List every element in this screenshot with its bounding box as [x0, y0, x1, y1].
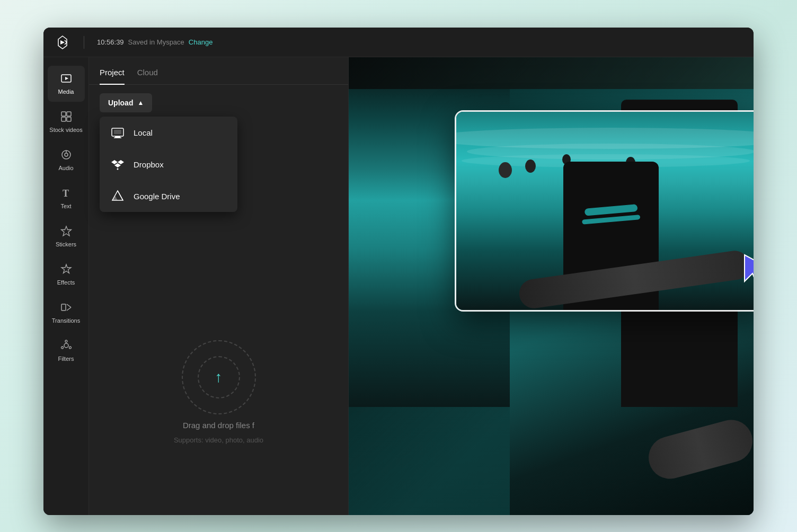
svg-rect-3: [67, 112, 71, 116]
sidebar-item-audio-label: Audio: [58, 165, 73, 171]
svg-rect-2: [61, 112, 66, 116]
text-icon: T: [60, 187, 72, 200]
sidebar-item-transitions[interactable]: Transitions: [48, 295, 85, 331]
google-drive-icon: [110, 189, 125, 203]
title-time: 10:56:39: [97, 38, 124, 46]
dropdown-item-dropbox[interactable]: Dropbox: [100, 148, 237, 180]
svg-marker-24: [745, 255, 754, 287]
panel-tabs: Project Cloud: [89, 57, 348, 85]
drop-subtext: Supports: video, photo, audio: [174, 436, 263, 444]
main-wetsuit-stripe-2: [582, 215, 640, 225]
dropdown-item-google-drive[interactable]: Google Drive: [100, 180, 237, 212]
sidebar-item-effects-label: Effects: [57, 279, 75, 286]
chevron-up-icon: ▲: [137, 99, 144, 107]
main-content: Media Stock videos: [43, 57, 754, 515]
drop-inner-circle: ↑: [198, 356, 240, 398]
effects-icon: [60, 263, 72, 277]
dropdown-item-local[interactable]: Local: [100, 117, 237, 148]
svg-marker-1: [65, 77, 68, 80]
upload-button[interactable]: Upload ▲: [100, 93, 152, 112]
svg-rect-4: [61, 117, 66, 121]
title-saved: Saved in Myspace: [128, 38, 184, 46]
title-bar: 10:56:39 Saved in Myspace Change: [43, 28, 754, 57]
drop-circle: ↑: [182, 340, 256, 414]
upload-label: Upload: [108, 99, 133, 107]
svg-point-23: [117, 169, 119, 170]
app-window: 10:56:39 Saved in Myspace Change Media: [43, 28, 754, 515]
media-icon: [60, 73, 72, 86]
stock-videos-icon: [60, 111, 72, 124]
stickers-icon: [60, 225, 72, 238]
svg-point-18: [61, 347, 63, 349]
cursor-arrow: [739, 250, 754, 294]
swimmer-3: [499, 162, 512, 178]
sidebar-item-stickers[interactable]: Stickers: [48, 218, 85, 254]
sidebar-item-filters[interactable]: Filters: [48, 333, 85, 369]
sidebar-item-stock-videos[interactable]: Stock videos: [48, 104, 85, 140]
sidebar-item-effects[interactable]: Effects: [48, 256, 85, 292]
audio-icon: [60, 149, 72, 162]
sidebar-item-text[interactable]: T Text: [48, 180, 85, 216]
sidebar-item-text-label: Text: [60, 203, 71, 209]
logo-icon: [54, 34, 71, 51]
dropdown-local-label: Local: [134, 128, 153, 137]
drop-text: Drag and drop files f: [183, 421, 254, 430]
svg-text:T: T: [63, 188, 69, 199]
dropdown-google-drive-label: Google Drive: [134, 192, 180, 201]
floating-image-card: [455, 110, 754, 312]
svg-rect-22: [114, 130, 121, 134]
svg-rect-5: [67, 117, 71, 121]
player-area: Player: [349, 57, 754, 515]
sidebar-item-stock-videos-label: Stock videos: [49, 127, 82, 133]
tab-cloud[interactable]: Cloud: [137, 68, 158, 84]
sidebar-item-media[interactable]: Media: [48, 66, 85, 102]
main-wetsuit-stripe: [585, 204, 638, 216]
svg-marker-10: [61, 226, 71, 236]
svg-marker-11: [61, 264, 71, 273]
dropbox-icon: [110, 157, 125, 172]
upload-section: Upload ▲: [89, 85, 348, 121]
upload-dropdown: Local Dropbox: [100, 117, 237, 212]
drop-area: ↑ Drag and drop files f Supports: video,…: [89, 269, 348, 515]
sidebar-item-transitions-label: Transitions: [52, 317, 80, 324]
sidebar-item-filters-label: Filters: [58, 356, 74, 362]
sidebar: Media Stock videos: [43, 57, 89, 515]
filters-icon: [60, 340, 72, 353]
svg-point-17: [69, 347, 71, 349]
title-divider: [84, 36, 84, 49]
sidebar-item-audio[interactable]: Audio: [48, 142, 85, 178]
card-image: [456, 112, 754, 310]
player-background: [349, 57, 754, 515]
title-info: 10:56:39 Saved in Myspace Change: [97, 38, 212, 46]
media-panel: Project Cloud Upload ▲: [89, 57, 349, 515]
title-change-link[interactable]: Change: [189, 38, 213, 46]
svg-point-15: [64, 343, 68, 348]
svg-line-13: [67, 304, 71, 307]
sidebar-item-media-label: Media: [58, 88, 74, 95]
svg-line-14: [67, 307, 71, 311]
sidebar-item-stickers-label: Stickers: [56, 241, 76, 247]
local-icon: [110, 125, 125, 140]
svg-point-7: [65, 153, 68, 156]
transitions-icon: [60, 302, 72, 315]
dropdown-dropbox-label: Dropbox: [134, 160, 164, 169]
surfboard-right: [644, 415, 754, 483]
svg-point-16: [65, 340, 67, 342]
svg-rect-12: [61, 304, 66, 311]
swimmer-1: [525, 159, 536, 173]
upload-arrow-icon: ↑: [215, 369, 223, 386]
tab-project[interactable]: Project: [100, 68, 125, 84]
